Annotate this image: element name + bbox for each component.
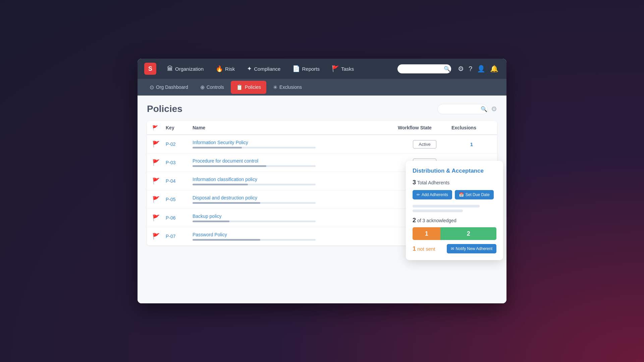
page-search-bar[interactable]: 🔍 (437, 104, 488, 114)
logo-icon: S (144, 63, 156, 75)
flag-icon-0: 🚩 (152, 141, 160, 147)
flag-icon-3: 🚩 (152, 196, 160, 203)
policy-name-0[interactable]: Information Security Policy (193, 140, 398, 145)
not-sent-text: not sent (417, 246, 435, 252)
acknowledged-text: of 3 acknowledged (417, 218, 457, 223)
progress-bar-container-3 (193, 202, 316, 204)
ph-bar-2 (413, 209, 463, 212)
policy-name-cell-4: Backup policy (193, 214, 398, 222)
policy-name-1[interactable]: Procedure for document control (193, 158, 398, 164)
app-window: S 🏛 Organization 🔥 Risk ✦ Compliance 📄 R… (138, 59, 506, 303)
policy-name-2[interactable]: Information classification policy (193, 177, 398, 182)
notify-new-adherent-button[interactable]: ✉ Notify New Adherent (447, 244, 496, 253)
col-header-workflow-state: Workflow State (398, 125, 451, 130)
set-due-date-label: Set Due Date (466, 192, 490, 197)
progress-bar-container-5 (193, 239, 316, 241)
distribution-total: 3 Total Adherents (413, 179, 496, 186)
policy-name-4[interactable]: Backup policy (193, 214, 398, 219)
settings-icon[interactable]: ⚙ (457, 63, 465, 74)
notify-icon: ✉ (451, 246, 454, 251)
calendar-icon: 📅 (459, 192, 464, 197)
compliance-icon: ✦ (247, 65, 252, 72)
risk-icon: 🔥 (216, 65, 223, 72)
col-header-key: Key (166, 125, 193, 130)
nav-label-reports: Reports (302, 66, 320, 72)
policy-key-4[interactable]: P-06 (166, 215, 193, 221)
policy-name-cell-0: Information Security Policy (193, 140, 398, 148)
distribution-title: Distribution & Acceptance (413, 168, 496, 174)
top-nav: S 🏛 Organization 🔥 Risk ✦ Compliance 📄 R… (138, 59, 506, 79)
not-sent-count: 1 (413, 245, 416, 252)
ph-bar-1 (413, 205, 480, 207)
progress-bar-container-0 (193, 147, 316, 148)
progress-bar-container-1 (193, 165, 316, 167)
progress-bar-container-2 (193, 184, 316, 185)
page-header: Policies 🔍 ⚙ (147, 104, 497, 114)
nav-item-risk[interactable]: 🔥 Risk (211, 62, 239, 75)
col-header-name: Name (193, 125, 398, 130)
policies-icon: 📋 (236, 84, 243, 90)
policy-key-0[interactable]: P-02 (166, 141, 193, 147)
sub-nav-label-policies: Policies (245, 84, 261, 90)
sub-nav-item-controls[interactable]: ⊕ Controls (195, 81, 229, 94)
bell-icon[interactable]: 🔔 (489, 63, 500, 74)
flag-icon-2: 🚩 (152, 178, 160, 184)
logo-area: S (144, 63, 156, 75)
policy-key-2[interactable]: P-04 (166, 178, 193, 184)
progress-bar-3 (193, 202, 260, 204)
top-search-bar[interactable]: 🔍 (397, 64, 451, 73)
reports-icon: 📄 (292, 65, 300, 72)
exclusions-icon: ✳ (273, 84, 277, 90)
policy-name-5[interactable]: Password Policy (193, 232, 398, 237)
set-due-date-button[interactable]: 📅 Set Due Date (455, 190, 494, 199)
page-search-input[interactable] (442, 107, 479, 112)
policy-name-cell-5: Password Policy (193, 232, 398, 241)
nav-item-reports[interactable]: 📄 Reports (288, 62, 324, 75)
user-icon[interactable]: 👤 (476, 63, 487, 74)
add-adherents-button[interactable]: ✏ Add Adherents (413, 190, 452, 199)
help-icon[interactable]: ? (467, 64, 474, 74)
sub-nav-item-exclusions[interactable]: ✳ Exclusions (268, 81, 307, 94)
org-dashboard-icon: ⊙ (150, 84, 154, 90)
sub-nav-label-org-dashboard: Org Dashboard (156, 84, 188, 90)
total-adherents-count: 3 (413, 179, 416, 186)
policy-key-1[interactable]: P-03 (166, 160, 193, 165)
nav-item-compliance[interactable]: ✦ Compliance (242, 62, 285, 75)
state-badge-0[interactable]: Active (413, 140, 436, 148)
row-flag-2: 🚩 (152, 177, 166, 185)
exclusion-count-0[interactable]: 1 (470, 141, 473, 147)
progress-bar-container-4 (193, 221, 316, 222)
add-adherents-icon: ✏ (417, 192, 420, 197)
nav-item-tasks[interactable]: 🚩 Tasks (327, 62, 359, 75)
nav-action-icons: ⚙ ? 👤 🔔 (457, 63, 500, 74)
progress-bar-0 (193, 147, 242, 148)
page-search-icon: 🔍 (481, 106, 487, 112)
policy-name-3[interactable]: Disposal and destruction policy (193, 195, 398, 200)
table-header: 🚩 Key Name Workflow State Exclusions (147, 121, 497, 135)
page-settings-icon[interactable]: ⚙ (491, 105, 497, 113)
tasks-icon: 🚩 (332, 65, 339, 72)
sub-nav: ⊙ Org Dashboard ⊕ Controls 📋 Policies ✳ … (138, 79, 506, 96)
policy-key-3[interactable]: P-05 (166, 197, 193, 202)
page-title: Policies (147, 104, 182, 114)
placeholder-bars (413, 205, 496, 212)
nav-item-organization[interactable]: 🏛 Organization (162, 63, 208, 75)
policy-key-5[interactable]: P-07 (166, 234, 193, 239)
policy-name-cell-1: Procedure for document control (193, 158, 398, 167)
row-flag-5: 🚩 (152, 233, 166, 240)
acknowledgement-bar: 1 2 (413, 227, 496, 240)
page-controls: 🔍 ⚙ (437, 104, 497, 114)
sub-nav-label-controls: Controls (207, 84, 224, 90)
distribution-popup: Distribution & Acceptance 3 Total Adhere… (406, 161, 503, 260)
controls-icon: ⊕ (200, 84, 205, 90)
main-content: Policies 🔍 ⚙ 🚩 Key Name Workflow State E… (138, 96, 506, 303)
sub-nav-item-org-dashboard[interactable]: ⊙ Org Dashboard (144, 81, 194, 94)
done-count: 2 (440, 227, 496, 240)
row-flag-4: 🚩 (152, 214, 166, 222)
acknowledged-count: 2 (413, 217, 416, 224)
sub-nav-item-policies[interactable]: 📋 Policies (231, 81, 266, 94)
row-flag-1: 🚩 (152, 159, 166, 166)
top-search-input[interactable] (401, 66, 442, 71)
nav-label-risk: Risk (225, 66, 235, 72)
nav-label-tasks: Tasks (341, 66, 354, 72)
